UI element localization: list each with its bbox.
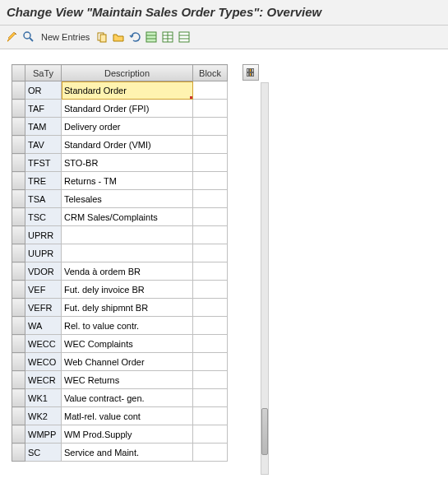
cell-description[interactable]: Standard Order (VMI) — [62, 136, 193, 154]
table-row[interactable]: WECRWEC Returns — [12, 371, 228, 389]
cell-description[interactable]: Standard Order (FPI) — [62, 100, 193, 118]
cell-description[interactable]: Matl-rel. value cont — [62, 407, 193, 425]
table-row[interactable]: TSATelesales — [12, 190, 228, 208]
cell-block[interactable] — [193, 317, 228, 335]
row-selector[interactable] — [12, 226, 25, 244]
table-row[interactable]: UUPR — [12, 244, 228, 262]
cell-block[interactable] — [193, 389, 228, 407]
cell-block[interactable] — [193, 281, 228, 299]
cell-block[interactable] — [193, 262, 228, 281]
row-selector[interactable] — [12, 444, 25, 462]
cell-block[interactable] — [193, 244, 228, 262]
cell-description[interactable] — [62, 226, 193, 244]
cell-block[interactable] — [193, 208, 228, 226]
cell-description[interactable] — [62, 244, 193, 262]
row-selector[interactable] — [12, 335, 25, 353]
row-selector[interactable] — [12, 190, 25, 208]
row-selector[interactable] — [12, 262, 25, 281]
table-row[interactable]: TAFStandard Order (FPI) — [12, 100, 228, 118]
row-selector[interactable] — [12, 154, 25, 172]
cell-saty[interactable]: WECC — [25, 335, 62, 353]
cell-block[interactable] — [193, 407, 228, 425]
cell-description[interactable]: WEC Complaints — [62, 335, 193, 353]
table-row[interactable]: UPRR — [12, 226, 228, 244]
cell-block[interactable] — [193, 172, 228, 190]
cell-description[interactable]: Fut. dely invoice BR — [62, 281, 193, 299]
table-row[interactable]: WK2Matl-rel. value cont — [12, 407, 228, 425]
cell-saty[interactable]: WECR — [25, 371, 62, 389]
row-selector[interactable] — [12, 136, 25, 154]
cell-description[interactable]: STO-BR — [62, 154, 193, 172]
cell-saty[interactable]: TAV — [25, 136, 62, 154]
undo-icon[interactable] — [127, 30, 142, 44]
new-entries-button[interactable]: New Entries — [38, 32, 93, 42]
cell-block[interactable] — [193, 444, 228, 462]
table-row[interactable]: TAVStandard Order (VMI) — [12, 136, 228, 154]
table-row[interactable]: VEFRFut. dely shipmnt BR — [12, 299, 228, 317]
row-selector[interactable] — [12, 208, 25, 226]
table-row[interactable]: WECCWEC Complaints — [12, 335, 228, 353]
cell-block[interactable] — [193, 371, 228, 389]
cell-saty[interactable]: WK1 — [25, 389, 62, 407]
table-row[interactable]: TFSTSTO-BR — [12, 154, 228, 172]
table-row[interactable]: WMPPWM Prod.Supply — [12, 425, 228, 444]
cell-block[interactable] — [193, 299, 228, 317]
cell-description[interactable]: Fut. dely shipmnt BR — [62, 299, 193, 317]
cell-block[interactable] — [193, 136, 228, 154]
row-selector[interactable] — [12, 172, 25, 190]
table-icon[interactable] — [160, 30, 175, 44]
cell-saty[interactable]: UPRR — [25, 226, 62, 244]
cell-block[interactable] — [193, 226, 228, 244]
table-row[interactable]: WARel. to value contr. — [12, 317, 228, 335]
table-row[interactable]: SCService and Maint. — [12, 444, 228, 462]
cell-description[interactable]: Telesales — [62, 190, 193, 208]
row-selector[interactable] — [12, 118, 25, 136]
cell-saty[interactable]: TAF — [25, 100, 62, 118]
cell-block[interactable] — [193, 335, 228, 353]
cell-description[interactable]: WM Prod.Supply — [62, 425, 193, 444]
table-settings-button[interactable] — [242, 64, 259, 81]
cell-saty[interactable]: WMPP — [25, 425, 62, 444]
col-header-select[interactable] — [12, 65, 25, 81]
cell-saty[interactable]: SC — [25, 444, 62, 462]
table-row[interactable]: WK1Value contract- gen. — [12, 389, 228, 407]
cell-saty[interactable]: VEF — [25, 281, 62, 299]
row-selector[interactable] — [12, 100, 25, 118]
cell-block[interactable] — [193, 118, 228, 136]
cell-saty[interactable]: WECO — [25, 353, 62, 371]
cell-description[interactable]: Web Channel Order — [62, 353, 193, 371]
cell-saty[interactable]: WK2 — [25, 407, 62, 425]
col-header-saty[interactable]: SaTy — [25, 65, 62, 81]
cell-description[interactable]: CRM Sales/Complaints — [62, 208, 193, 226]
copy-icon[interactable] — [95, 30, 109, 44]
row-selector[interactable] — [12, 425, 25, 444]
col-header-description[interactable]: Description — [62, 65, 193, 81]
row-selector[interactable] — [12, 281, 25, 299]
cell-saty[interactable]: VDOR — [25, 262, 62, 281]
row-selector[interactable] — [12, 353, 25, 371]
table-row[interactable]: VEFFut. dely invoice BR — [12, 281, 228, 299]
row-selector[interactable] — [12, 299, 25, 317]
cell-description[interactable]: WEC Returns — [62, 371, 193, 389]
select-all-icon[interactable] — [144, 30, 159, 44]
cell-saty[interactable]: WA — [25, 317, 62, 335]
table-row[interactable]: ORStandard Order — [12, 81, 228, 100]
cell-description[interactable]: Value contract- gen. — [62, 389, 193, 407]
find-icon[interactable] — [21, 30, 36, 44]
cell-description[interactable]: Standard Order — [62, 81, 193, 100]
cell-saty[interactable]: OR — [25, 81, 62, 100]
cell-block[interactable] — [193, 353, 228, 371]
cell-description[interactable]: Venda à ordem BR — [62, 262, 193, 281]
row-selector[interactable] — [12, 371, 25, 389]
cell-block[interactable] — [193, 154, 228, 172]
vertical-scrollbar[interactable] — [261, 82, 269, 475]
cell-block[interactable] — [193, 100, 228, 118]
cell-saty[interactable]: VEFR — [25, 299, 62, 317]
row-selector[interactable] — [12, 407, 25, 425]
cell-saty[interactable]: TRE — [25, 172, 62, 190]
cell-block[interactable] — [193, 190, 228, 208]
col-header-block[interactable]: Block — [193, 65, 228, 81]
deselect-all-icon[interactable] — [177, 30, 192, 44]
scrollbar-thumb[interactable] — [261, 408, 268, 455]
row-selector[interactable] — [12, 81, 25, 100]
